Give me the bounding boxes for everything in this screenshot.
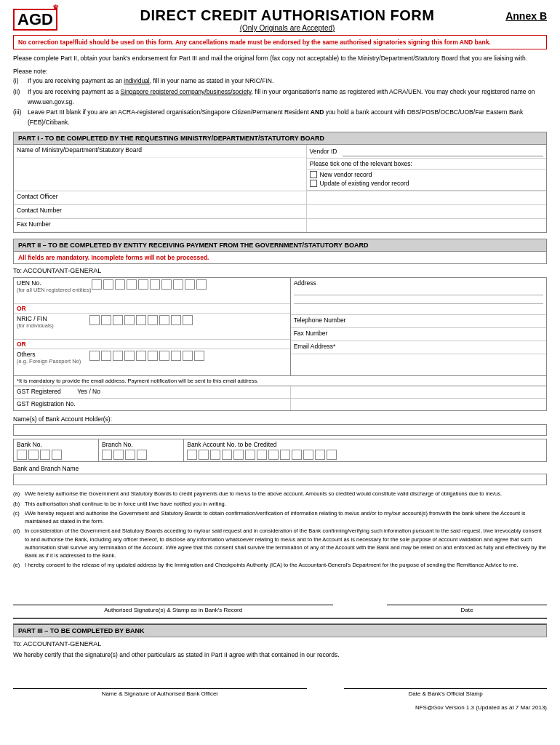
fax-field: Fax Number [291, 328, 546, 341]
acc-box-1[interactable] [187, 450, 197, 460]
new-vendor-checkbox[interactable] [310, 171, 317, 178]
uen-box-8[interactable] [173, 279, 183, 290]
title-block: DIRECT CREDIT AUTHORISATION FORM (Only O… [69, 7, 505, 32]
annex-label: Annex B [505, 10, 547, 22]
nric-sub: (for individuals) [17, 322, 89, 329]
uen-box-5[interactable] [138, 279, 148, 290]
nric-box-7[interactable] [159, 315, 169, 325]
part3-divider [13, 618, 547, 619]
uen-box-6[interactable] [150, 279, 160, 290]
nric-box-9[interactable] [183, 315, 193, 325]
bank-box-3[interactable] [40, 450, 50, 460]
nric-box-4[interactable] [124, 315, 135, 325]
uen-address-grid: UEN No. (for all UEN registered entities… [13, 277, 547, 376]
uen-box-3[interactable] [115, 279, 125, 290]
acc-box-2[interactable] [199, 450, 209, 460]
nric-box-8[interactable] [171, 315, 181, 325]
nric-label: NRIC / FIN [17, 315, 89, 322]
bank-box-1[interactable] [17, 450, 27, 460]
logo: AGD ♛ [13, 9, 57, 31]
others-box-7[interactable] [159, 351, 169, 361]
others-sub: (e.g. Foreign Passport No) [17, 358, 89, 364]
bank-branch-name-input[interactable] [13, 474, 547, 485]
address-label: Address [294, 279, 543, 287]
others-box-9[interactable] [183, 351, 193, 361]
others-box-3[interactable] [113, 351, 123, 361]
update-vendor-label: Update of existing vendor record [320, 180, 409, 187]
gst-no-empty [291, 399, 546, 410]
uen-box-4[interactable] [127, 279, 137, 290]
uen-box-2[interactable] [103, 279, 113, 290]
acc-box-11[interactable] [303, 450, 313, 460]
acc-box-4[interactable] [222, 450, 232, 460]
uen-box-7[interactable] [161, 279, 172, 290]
others-box-8[interactable] [171, 351, 181, 361]
branch-box-2[interactable] [113, 450, 124, 460]
part3-header: PART III – TO BE COMPLETED BY BANK [13, 624, 547, 637]
uen-box-9[interactable] [185, 279, 195, 290]
account-holder-label: Name(s) of Bank Account Holder(s): [13, 415, 547, 423]
acc-box-3[interactable] [210, 450, 220, 460]
bank-box-2[interactable] [28, 450, 39, 460]
branch-box-4[interactable] [137, 450, 147, 460]
sig-left-label: Authorised Signature(s) & Stamp as in Ba… [13, 607, 333, 613]
acc-box-6[interactable] [245, 450, 255, 460]
sig-left-block: Authorised Signature(s) & Stamp as in Ba… [13, 605, 333, 613]
nric-box-3[interactable] [113, 315, 123, 325]
acc-box-13[interactable] [327, 450, 337, 460]
branch-box-3[interactable] [125, 450, 135, 460]
others-box-2[interactable] [101, 351, 111, 361]
terms-alpha-a: (a) [13, 490, 25, 498]
email-field: Email Address* [291, 341, 546, 354]
others-box-1[interactable] [89, 351, 100, 361]
terms-text-b: This authorisation shall continue to be … [25, 500, 226, 508]
others-box-10[interactable] [194, 351, 204, 361]
gst-no-cell: GST Registration No. [14, 399, 291, 410]
account-no-cell: Bank Account No. to be Credited [184, 439, 546, 461]
part3-sig-row: Name & Signature of Authorised Bank Offi… [13, 688, 547, 697]
others-box-5[interactable] [136, 351, 146, 361]
nric-box-2[interactable] [101, 315, 111, 325]
contact-number-label: Contact Number [14, 205, 306, 218]
nric-box-6[interactable] [148, 315, 158, 325]
update-vendor-checkbox[interactable] [310, 180, 317, 187]
nric-box-5[interactable] [136, 315, 146, 325]
name-label: Name of Ministry/Department/Statutory Bo… [14, 145, 306, 158]
acc-box-8[interactable] [268, 450, 279, 460]
acc-box-12[interactable] [315, 450, 325, 460]
acc-box-10[interactable] [292, 450, 302, 460]
warning-box: No correction tape/fluid should be used … [13, 35, 547, 49]
address-panel: Address Telephone Number Fax Number Emai… [291, 278, 546, 375]
others-box-6[interactable] [148, 351, 158, 361]
contact-officer-label: Contact Officer [14, 191, 306, 204]
account-no-boxes [187, 450, 543, 460]
part3-certify: We hereby certify that the signature(s) … [13, 650, 547, 660]
uen-boxes [92, 279, 207, 290]
uen-box-1[interactable] [92, 279, 102, 290]
branch-no-cell: Branch No. [99, 439, 184, 461]
branch-box-1[interactable] [102, 450, 112, 460]
others-box-4[interactable] [124, 351, 135, 361]
email-note: *It is mandatory to provide the email ad… [13, 376, 547, 386]
part3-sig-left: Name & Signature of Authorised Bank Offi… [13, 688, 307, 697]
note-item-3: (iii) Leave Part III blank if you are an… [13, 108, 547, 127]
uen-sub: (for all UEN registered entities) [17, 287, 92, 293]
nric-box-1[interactable] [89, 315, 100, 325]
gst-no-label: GST Registration No. [17, 400, 76, 407]
part2-to-line: To: ACCOUNTANT-GENERAL [13, 267, 547, 274]
uen-panel: UEN No. (for all UEN registered entities… [14, 278, 291, 375]
bank-box-4[interactable] [52, 450, 62, 460]
terms-e: (e) I hereby consent to the release of m… [13, 561, 547, 569]
notes-section: Please note: (i) If you are receiving pa… [13, 67, 547, 128]
acc-box-9[interactable] [280, 450, 290, 460]
terms-alpha-b: (b) [13, 500, 25, 508]
account-holder-section: Name(s) of Bank Account Holder(s): [13, 415, 547, 436]
part1-name-row: Name of Ministry/Department/Statutory Bo… [14, 145, 546, 191]
fax-number-label: Fax Number [294, 330, 328, 337]
uen-box-10[interactable] [196, 279, 207, 290]
others-boxes [89, 351, 204, 361]
account-holder-input[interactable] [13, 424, 547, 436]
acc-box-7[interactable] [257, 450, 267, 460]
gst-right-empty [291, 386, 546, 398]
acc-box-5[interactable] [233, 450, 244, 460]
